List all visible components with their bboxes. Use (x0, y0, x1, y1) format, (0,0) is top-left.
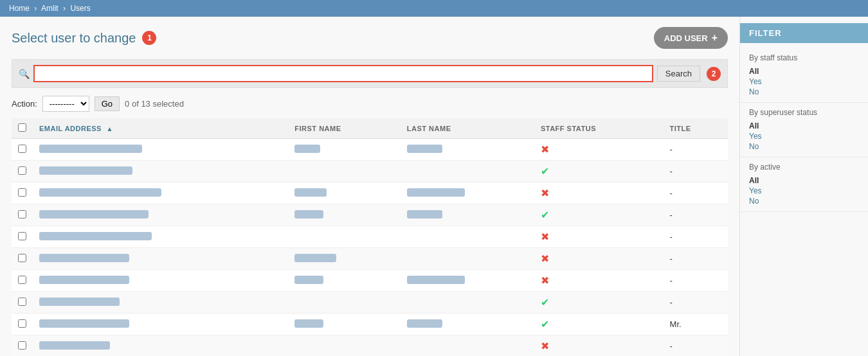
firstname-value (294, 319, 323, 328)
row-checkbox[interactable] (18, 276, 26, 284)
staff-status-cell: ✔ (534, 314, 664, 335)
row-checkbox[interactable] (18, 319, 26, 328)
row-checkbox[interactable] (18, 166, 26, 175)
lastname-cell (401, 139, 534, 161)
row-checkbox[interactable] (18, 298, 26, 306)
firstname-value (294, 145, 320, 153)
firstname-cell (288, 182, 401, 204)
page-title: Select user to change (12, 31, 136, 46)
firstname-cell (288, 335, 401, 357)
email-cell[interactable] (33, 292, 288, 314)
row-checkbox[interactable] (18, 341, 26, 350)
row-checkbox-cell (12, 139, 33, 161)
table-row: ✔- (12, 292, 728, 314)
data-table: EMAIL ADDRESS ▲ FIRST NAME LAST NAME STA… (12, 118, 728, 356)
status-no-icon: ✖ (541, 275, 549, 286)
staff-status-cell: ✔ (534, 161, 664, 182)
row-checkbox[interactable] (18, 254, 26, 262)
top-bar: Home › Amlit › Users (0, 0, 868, 17)
col-title: TITLE (664, 118, 728, 139)
search-input[interactable] (33, 65, 653, 82)
title-cell: - (664, 248, 728, 270)
col-email[interactable]: EMAIL ADDRESS ▲ (33, 118, 288, 139)
row-checkbox-cell (12, 182, 33, 204)
email-cell[interactable] (33, 248, 288, 270)
select-all-checkbox[interactable] (18, 123, 26, 132)
status-no-icon: ✖ (541, 253, 549, 264)
breadcrumb-users: Users (70, 4, 90, 13)
title-cell: - (664, 226, 728, 248)
staff-status-cell: ✔ (534, 292, 664, 314)
add-user-label: ADD USER (664, 33, 708, 43)
email-cell[interactable] (33, 335, 288, 357)
filter-link-0-2[interactable]: No (749, 87, 859, 97)
filter-header: FILTER (740, 23, 868, 43)
table-row: ✔- (12, 204, 728, 226)
row-checkbox[interactable] (18, 210, 26, 218)
lastname-cell (401, 161, 534, 182)
email-cell[interactable] (33, 182, 288, 204)
row-checkbox[interactable] (18, 188, 26, 197)
filter-section-0: By staff statusAllYesNo (740, 48, 868, 103)
email-cell[interactable] (33, 139, 288, 161)
breadcrumb-amlit[interactable]: Amlit (41, 4, 59, 13)
row-checkbox-cell (12, 314, 33, 335)
selected-count: 0 of 13 selected (125, 99, 184, 109)
email-value (39, 319, 129, 328)
lastname-cell (401, 292, 534, 314)
add-user-button[interactable]: ADD USER + (654, 27, 728, 49)
breadcrumb-home[interactable]: Home (9, 4, 30, 13)
row-checkbox[interactable] (18, 145, 26, 153)
table-row: ✖- (12, 270, 728, 292)
lastname-value (407, 319, 442, 328)
firstname-cell (288, 270, 401, 292)
firstname-value (294, 210, 323, 218)
firstname-value (294, 254, 336, 262)
action-bar: Action: --------- Go 0 of 13 selected (12, 96, 728, 112)
status-no-icon: ✖ (541, 144, 549, 155)
filter-link-2-0[interactable]: All (749, 175, 859, 186)
firstname-cell (288, 161, 401, 182)
lastname-value (407, 188, 465, 197)
filter-link-2-1[interactable]: Yes (749, 186, 859, 196)
lastname-value (407, 276, 465, 284)
email-value (39, 232, 152, 240)
email-value (39, 188, 161, 197)
row-checkbox-cell (12, 335, 33, 357)
email-cell[interactable] (33, 270, 288, 292)
filter-section-title-2: By active (749, 163, 859, 172)
title-cell: - (664, 292, 728, 314)
filter-link-2-2[interactable]: No (749, 196, 859, 206)
filter-link-0-0[interactable]: All (749, 66, 859, 76)
staff-status-cell: ✖ (534, 270, 664, 292)
staff-status-cell: ✖ (534, 226, 664, 248)
table-row: ✖- (12, 226, 728, 248)
title-cell: Mr. (664, 314, 728, 335)
firstname-cell (288, 292, 401, 314)
filter-link-1-2[interactable]: No (749, 141, 859, 152)
email-value (39, 145, 142, 153)
email-cell[interactable] (33, 204, 288, 226)
filter-link-1-1[interactable]: Yes (749, 131, 859, 141)
go-button[interactable]: Go (95, 96, 120, 111)
action-select[interactable]: --------- (42, 96, 89, 112)
status-no-icon: ✖ (541, 341, 549, 352)
row-checkbox[interactable] (18, 232, 26, 240)
filter-link-0-1[interactable]: Yes (749, 76, 859, 87)
email-cell[interactable] (33, 226, 288, 248)
firstname-value (294, 188, 327, 197)
table-row: ✖- (12, 139, 728, 161)
staff-status-cell: ✔ (534, 204, 664, 226)
lastname-value (407, 145, 442, 153)
email-cell[interactable] (33, 161, 288, 182)
email-value (39, 166, 132, 175)
status-no-icon: ✖ (541, 188, 549, 199)
lastname-cell (401, 248, 534, 270)
select-all-header[interactable] (12, 118, 33, 139)
search-button[interactable]: Search (657, 66, 700, 82)
filter-section-2: By activeAllYesNo (740, 157, 868, 212)
filter-section-title-0: By staff status (749, 53, 859, 62)
email-cell[interactable] (33, 314, 288, 335)
filter-section-title-1: By superuser status (749, 108, 859, 117)
filter-link-1-0[interactable]: All (749, 121, 859, 131)
